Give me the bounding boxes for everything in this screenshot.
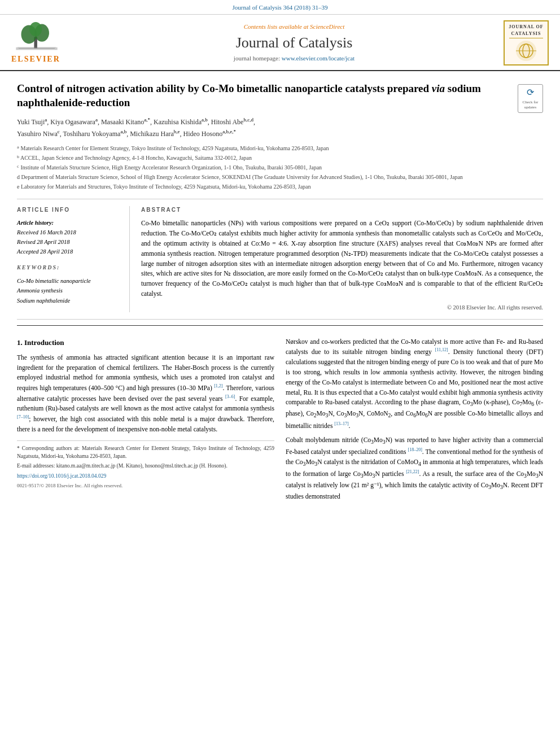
elsevier-logo: ELSEVIER [11, 21, 85, 65]
journal-citation-text: Journal of Catalysis 364 (2018) 31–39 [233, 4, 328, 11]
article-history: Article history: Received 16 March 2018 … [17, 219, 121, 256]
paper-affiliations: ᵃ Materials Research Center for Element … [17, 144, 512, 191]
left-column: 1. Introduction The synthesis of ammonia… [17, 337, 274, 506]
intro-heading: 1. Introduction [17, 337, 274, 348]
sciencedirect-link: Contents lists available at ScienceDirec… [90, 23, 498, 31]
article-content: Control of nitrogen activation ability b… [0, 71, 560, 512]
journal-homepage: journal homepage: www.elsevier.com/locat… [90, 54, 498, 63]
article-info-panel: ARTICLE INFO Article history: Received 1… [17, 206, 130, 312]
elsevier-logo-block: ELSEVIER [11, 21, 85, 65]
article-body: ARTICLE INFO Article history: Received 1… [17, 199, 543, 319]
footnote-area: * Corresponding authors at: Materials Re… [17, 440, 274, 490]
catalysis-logo-icon [515, 40, 537, 62]
check-updates-badge: ⟳ Check for updates [518, 84, 543, 113]
right-column: Nørskov and co-workers predicted that th… [286, 337, 543, 506]
paper-header: Control of nitrogen activation ability b… [17, 71, 543, 200]
paper-authors: Yuki Tsujia, Kiya Ogasawaraa, Masaaki Ki… [17, 116, 512, 139]
refresh-icon: ⟳ [520, 87, 540, 99]
abstract-text: Co-Mo bimetallic nanoparticles (NPs) wit… [141, 219, 543, 299]
elsevier-wordmark: ELSEVIER [11, 54, 60, 65]
check-updates-box: ⟳ Check for updates [518, 84, 543, 113]
journal-header: ELSEVIER Contents lists available at Sci… [0, 15, 560, 71]
elsevier-tree-icon [11, 21, 62, 53]
keywords-label: Keywords: [17, 264, 121, 272]
article-info-label: ARTICLE INFO [17, 206, 121, 214]
abstract-label: ABSTRACT [141, 206, 543, 214]
body-columns: 1. Introduction The synthesis of ammonia… [17, 331, 543, 512]
logo-divider [509, 38, 543, 38]
paper-title: Control of nitrogen activation ability b… [17, 81, 512, 110]
keywords-list: Co-Mo bimetallic nanoparticle Ammonia sy… [17, 276, 121, 307]
intro-text: The synthesis of ammonia has attracted s… [17, 353, 274, 435]
paper-title-block: Control of nitrogen activation ability b… [17, 81, 512, 193]
journal-logo-title: JOURNAL OF CATALYSIS [509, 24, 543, 36]
journal-citation-bar: Journal of Catalysis 364 (2018) 31–39 [0, 0, 560, 15]
right-col-text: Nørskov and co-workers predicted that th… [286, 337, 543, 502]
journal-title-block: Contents lists available at ScienceDirec… [90, 23, 498, 63]
section-divider [17, 325, 543, 326]
keywords-section: Keywords: Co-Mo bimetallic nanoparticle … [17, 264, 121, 307]
abstract-section: ABSTRACT Co-Mo bimetallic nanoparticles … [141, 206, 543, 312]
svg-point-4 [29, 22, 42, 37]
journal-logo-box: JOURNAL OF CATALYSIS [504, 20, 549, 65]
copyright-line: © 2018 Elsevier Inc. All rights reserved… [141, 304, 543, 312]
journal-title: Journal of Catalysis [90, 33, 498, 53]
